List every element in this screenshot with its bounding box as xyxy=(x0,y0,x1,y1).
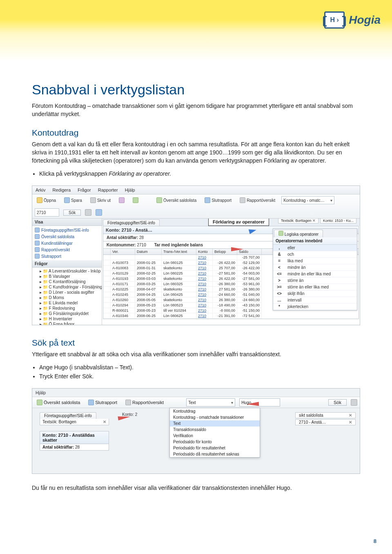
section-heading-sok: Sök på text xyxy=(32,337,360,348)
tree-item[interactable]: ▸ 📁 D Löner - sociala avgifter xyxy=(32,290,102,295)
operators-help-icon[interactable] xyxy=(85,209,91,216)
ss2-menubar: Hjälp xyxy=(32,389,360,397)
main-panel: Textsök: Borttagen ✕ Konto: 1510 - Ku...… xyxy=(102,219,360,325)
konto-input[interactable]: 2710 xyxy=(35,208,59,217)
sidebar-tree: ▸ 📁 A Leverantörsskulder - Inköp▸ 📁 B Va… xyxy=(32,268,102,325)
menu-rapporter[interactable]: Rapporter xyxy=(98,188,118,192)
ss2-konto-head: Konto: 2710 - Anställdas skatter xyxy=(40,431,109,444)
tree-item[interactable]: ▸ 📁 D Moms xyxy=(32,295,102,300)
section-para-kontoutdrag: Genom dett a val kan du få ett eller fle… xyxy=(32,140,360,165)
sidebar: Visa Företagsuppgifter/SIE-infoÖversikt … xyxy=(32,219,102,325)
main-tab[interactable]: Företagsuppgifter/SIE-info xyxy=(103,219,160,226)
red-arrow-right-icon xyxy=(247,402,259,407)
tree-item[interactable]: ▸ 📁 A Leverantörsskulder - Inköp xyxy=(32,268,102,274)
list-icon xyxy=(37,400,42,405)
sok-button[interactable]: Sök xyxy=(63,210,81,216)
strip-konto[interactable]: Konto: 1510 - Ku... xyxy=(320,219,356,223)
tree-item[interactable]: ▸ 📁 G Försäkringsskyddet xyxy=(32,311,102,316)
ss2-right-pill-2[interactable]: 2710 - Anstä…✕ xyxy=(295,419,356,425)
operators-head: Operatorernas innebörd xyxy=(273,237,357,245)
app-toolbar: Öppna Spara Skriv ut Översikt saldolista… xyxy=(32,194,360,219)
menu-redigera[interactable]: Redigera xyxy=(53,188,71,192)
intro-paragraph: Förutom Kontoutdrag – omatchade transakt… xyxy=(32,102,360,118)
ss2-slutrapport-button[interactable]: Slutrapport xyxy=(86,399,119,406)
operators-panel: Logiska operatorer Operatorernas innebör… xyxy=(273,228,357,311)
page-title: Snabbval i verktygslistan xyxy=(32,82,360,98)
ss2-helper-icon[interactable] xyxy=(351,399,357,406)
brand-logo: H › Hogia xyxy=(324,11,381,29)
ss2-right-pill-1[interactable]: sikt saldolista✕ xyxy=(295,412,356,418)
tree-item[interactable]: ▸ 📁 H Inventarier xyxy=(32,316,102,322)
dropdown-item[interactable]: Periodsaldo då resultatenhet saknas xyxy=(170,451,260,457)
open-button[interactable]: Öppna xyxy=(35,197,58,204)
folder-icon xyxy=(37,197,42,203)
table-row[interactable]: A-8103462008-06-25Lön 0806252710-21 391,… xyxy=(103,313,359,319)
disk-icon xyxy=(64,197,70,203)
tree-item[interactable]: ▸ 📁 E Likvida medel xyxy=(32,300,102,306)
printer-icon xyxy=(90,197,96,203)
report-icon xyxy=(205,197,210,203)
ss2-left-tab[interactable]: Företagsuppgifter/SIE-info xyxy=(40,412,96,419)
tree-item[interactable]: ▸ 📁 C Kundfodringar - Försäljning xyxy=(32,284,102,290)
bullet-klicka: Klicka på verktygsknappen Förklaring av … xyxy=(39,169,360,178)
ss2-rapportoversikt-button[interactable]: Rapportöversikt xyxy=(123,399,166,406)
sidebar-heading-visa: Visa xyxy=(32,219,102,226)
ss2-antal-line: Antal sökträffar: 28 xyxy=(40,444,109,451)
snabbval-combo[interactable]: Kontoutdrag - omatc…▾ xyxy=(281,196,334,204)
ss2-search-input[interactable]: Hugo xyxy=(239,398,280,407)
screenshot-kontoutdrag: Arkiv Redigera Frågor Rapporter Hjälp Öp… xyxy=(32,185,360,325)
help-icon xyxy=(133,197,138,203)
report-icon xyxy=(88,400,94,405)
dropdown-item[interactable]: Periodsaldo för resultatenhet xyxy=(170,445,260,451)
rapportoversikt-button[interactable]: Rapportöversikt xyxy=(238,197,277,204)
ss2-right-strip: sikt saldolista✕ 2710 - Anstä…✕ xyxy=(295,412,356,425)
sidebar-item[interactable]: Kundinställningar xyxy=(32,240,102,246)
overview-icon xyxy=(125,400,131,405)
sidebar-heading-fragor: Frågor xyxy=(32,260,102,268)
section-heading-kontoutdrag: Kontoutdrag xyxy=(32,127,360,138)
operators-grid: ,eller&och=lika med<mindre än<=mindre än… xyxy=(273,245,357,310)
sidebar-item[interactable]: Företagsuppgifter/SIE-info xyxy=(32,227,102,233)
list-icon xyxy=(156,197,162,203)
sidebar-item[interactable]: Rapportöversikt xyxy=(32,246,102,253)
menu-arkiv[interactable]: Arkiv xyxy=(36,188,45,192)
tree-item[interactable]: ▸ 📁 C Kontantförsäljning xyxy=(32,279,102,284)
dropdown-item[interactable]: Periodsaldo för konto xyxy=(170,439,260,445)
brand-name: Hogia xyxy=(349,14,381,26)
ss2-toolbar: Översikt saldolista Slutrapport Rapportö… xyxy=(32,397,360,408)
menu-fragor[interactable]: Frågor xyxy=(78,188,91,192)
tree-item[interactable]: ▸ 📁 B Varulager xyxy=(32,274,102,279)
tool-help-icon[interactable] xyxy=(131,197,140,204)
ss2-snabbval-combo[interactable]: Text▾ xyxy=(186,398,235,407)
ss2-mid-column: Konto: 2 xyxy=(122,412,228,435)
ss2-textsok-line[interactable]: Textsök: Borttagen✕ xyxy=(40,419,109,425)
slutrapport-button[interactable]: Slutrapport xyxy=(203,197,234,204)
ss2-sok-button[interactable]: Sök xyxy=(328,399,347,406)
save-button[interactable]: Spara xyxy=(62,197,84,204)
sidebar-item[interactable]: Slutrapport xyxy=(32,253,102,259)
oversikt-button[interactable]: Översikt saldolista xyxy=(154,197,198,204)
menu-hjalp[interactable]: Hjälp xyxy=(125,188,135,192)
screenshot-sok-text: Hjälp Översikt saldolista Slutrapport Ra… xyxy=(32,388,360,474)
sidebar-visa-list: Företagsuppgifter/SIE-infoÖversikt saldo… xyxy=(32,226,102,260)
closing-paragraph: Du får nu en resultatlista som innehålle… xyxy=(32,484,360,492)
strip-textsok[interactable]: Textsök: Borttagen ✕ xyxy=(278,219,318,223)
page-number: 8 xyxy=(374,538,376,544)
plus-icon[interactable] xyxy=(96,209,102,216)
print-button[interactable]: Skriv ut xyxy=(88,197,113,204)
ss2-mid-label: Konto: 2 xyxy=(122,412,228,417)
operators-tab[interactable]: Logiska operatorer xyxy=(274,230,323,237)
sidebar-item[interactable]: Översikt saldolista xyxy=(32,233,102,240)
tree-item[interactable]: ▸ 📁 F Redovisning xyxy=(32,306,102,311)
doc-icon xyxy=(35,228,40,232)
doc-icon xyxy=(35,247,40,252)
doc-icon xyxy=(35,234,40,239)
tool-f-icon[interactable] xyxy=(117,197,127,204)
app-menubar: Arkiv Redigera Frågor Rapporter Hjälp xyxy=(32,186,360,194)
ss2-left-column: Företagsuppgifter/SIE-info Textsök: Bort… xyxy=(40,412,109,451)
bullet-ange-hugo: Ange Hugo (i snabbvalslistan – Text). xyxy=(39,363,360,372)
tree-item[interactable]: ▸ 📁 Ö Egna frågor xyxy=(32,322,102,325)
ss2-oversikt-button[interactable]: Översikt saldolista xyxy=(35,399,82,406)
section-para-sok: Ytterligare ett snabbval är att söka och… xyxy=(32,350,360,358)
header-banner xyxy=(0,0,392,61)
